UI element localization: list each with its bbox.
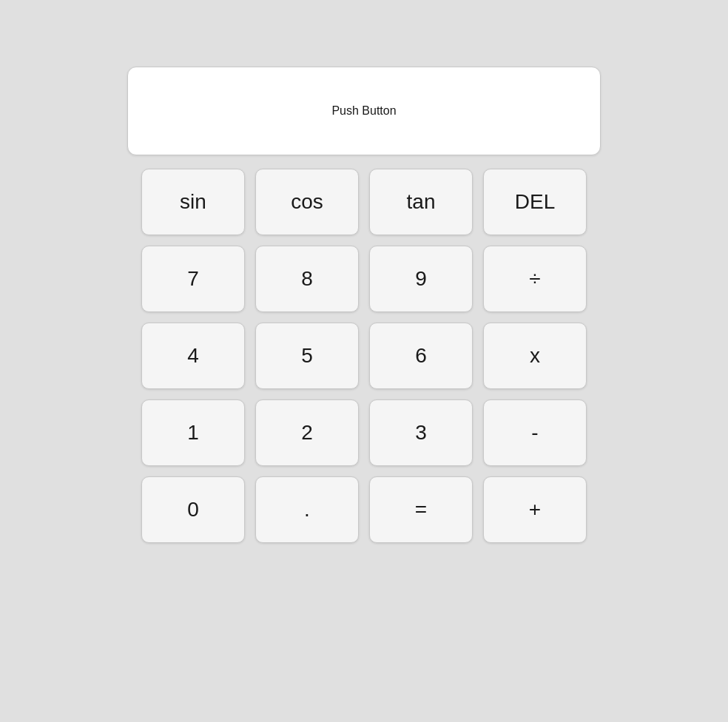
display-text: Push Button xyxy=(331,104,396,118)
decimal-button[interactable]: . xyxy=(255,476,359,543)
add-button[interactable]: + xyxy=(483,476,587,543)
display-area: Push Button xyxy=(127,67,601,155)
five-button[interactable]: 5 xyxy=(255,323,359,389)
buttons-grid: sin cos tan DEL 7 8 9 ÷ 4 5 6 x 1 2 3 - xyxy=(127,169,601,543)
seven-button[interactable]: 7 xyxy=(141,246,245,312)
button-row-1: sin cos tan DEL xyxy=(127,169,601,235)
button-row-4: 1 2 3 - xyxy=(127,399,601,466)
button-row-5: 0 . = + xyxy=(127,476,601,543)
cos-button[interactable]: cos xyxy=(255,169,359,235)
sin-button[interactable]: sin xyxy=(141,169,245,235)
del-button[interactable]: DEL xyxy=(483,169,587,235)
divide-button[interactable]: ÷ xyxy=(483,246,587,312)
six-button[interactable]: 6 xyxy=(369,323,473,389)
subtract-button[interactable]: - xyxy=(483,399,587,466)
equals-button[interactable]: = xyxy=(369,476,473,543)
one-button[interactable]: 1 xyxy=(141,399,245,466)
button-row-3: 4 5 6 x xyxy=(127,323,601,389)
eight-button[interactable]: 8 xyxy=(255,246,359,312)
two-button[interactable]: 2 xyxy=(255,399,359,466)
calculator: Push Button sin cos tan DEL 7 8 9 ÷ 4 5 … xyxy=(127,67,601,543)
multiply-button[interactable]: x xyxy=(483,323,587,389)
three-button[interactable]: 3 xyxy=(369,399,473,466)
nine-button[interactable]: 9 xyxy=(369,246,473,312)
four-button[interactable]: 4 xyxy=(141,323,245,389)
tan-button[interactable]: tan xyxy=(369,169,473,235)
button-row-2: 7 8 9 ÷ xyxy=(127,246,601,312)
zero-button[interactable]: 0 xyxy=(141,476,245,543)
